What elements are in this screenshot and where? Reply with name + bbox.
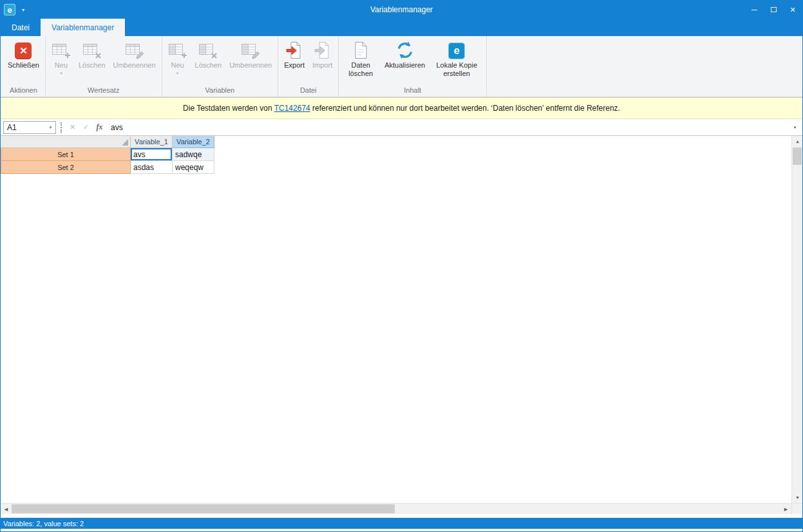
horizontal-scroll-track[interactable] bbox=[12, 504, 780, 514]
rename-valueset-icon bbox=[125, 40, 144, 59]
window-title: Variablenmanager bbox=[1, 5, 802, 14]
table-row: Set 1 avs sadwqe bbox=[1, 148, 214, 161]
notice-text-after: referenziert und können nur dort bearbei… bbox=[310, 104, 620, 113]
row-header-set-1[interactable]: Set 1 bbox=[1, 147, 131, 161]
close-button[interactable]: ✕ bbox=[783, 1, 802, 19]
select-all-corner[interactable] bbox=[1, 136, 131, 148]
import-button[interactable]: Import bbox=[308, 37, 336, 70]
ribbon-group-inhalt: Daten löschen Aktualisieren e Lokale Kop… bbox=[339, 36, 487, 97]
wertesatz-neu-button[interactable]: Neu ▾ bbox=[48, 37, 75, 75]
app-logo-icon: e bbox=[4, 4, 15, 15]
cell-reference: A1 bbox=[4, 123, 46, 132]
group-label-aktionen: Aktionen bbox=[4, 84, 43, 97]
cell-set1-variable1[interactable]: avs bbox=[131, 148, 173, 161]
import-icon bbox=[313, 40, 332, 59]
confirm-entry-button[interactable]: ✓ bbox=[79, 123, 93, 131]
wertesatz-umbenennen-button[interactable]: Umbenennen bbox=[109, 37, 160, 70]
delete-variable-icon bbox=[198, 40, 218, 59]
column-header-variable-1[interactable]: Variable_1 bbox=[131, 136, 173, 148]
column-header-variable-2[interactable]: Variable_2 bbox=[173, 136, 214, 148]
scrollbar-corner bbox=[791, 504, 802, 514]
variablen-umbenennen-button[interactable]: Umbenennen bbox=[225, 37, 276, 70]
cell-set1-variable2[interactable]: sadwqe bbox=[173, 148, 214, 161]
vertical-scroll-track[interactable] bbox=[792, 147, 802, 492]
scroll-right-icon[interactable]: ▶ bbox=[780, 504, 791, 515]
close-icon: ✕ bbox=[789, 6, 795, 14]
formula-bar-expand-icon[interactable]: ▾ bbox=[789, 125, 800, 130]
delete-valueset-icon bbox=[82, 40, 102, 59]
dropdown-arrow-icon: ▾ bbox=[176, 71, 179, 75]
local-copy-logo-icon: e bbox=[448, 40, 465, 59]
formula-bar: A1 ▾ ✕ ✓ fx ▾ bbox=[1, 119, 802, 136]
new-valueset-icon bbox=[52, 40, 71, 59]
notice-text-before: Die Testdaten werden von bbox=[183, 104, 274, 113]
name-box-dropdown-icon[interactable]: ▾ bbox=[46, 125, 55, 130]
aktualisieren-button[interactable]: Aktualisieren bbox=[381, 37, 429, 70]
daten-loeschen-button[interactable]: Daten löschen bbox=[341, 37, 381, 77]
scroll-down-icon[interactable]: ▼ bbox=[792, 492, 803, 503]
group-label-variablen: Variablen bbox=[164, 84, 276, 97]
corner-triangle-icon bbox=[122, 139, 128, 146]
bottom-strip bbox=[1, 529, 802, 531]
table-row: Set 2 asdas weqeqw bbox=[1, 161, 214, 174]
vertical-scroll-thumb[interactable] bbox=[793, 147, 802, 165]
delete-data-icon bbox=[352, 40, 369, 59]
formula-input[interactable] bbox=[106, 119, 789, 135]
variablen-neu-button[interactable]: Neu ▾ bbox=[164, 37, 191, 75]
refresh-icon bbox=[395, 40, 415, 59]
export-button[interactable]: Export bbox=[280, 37, 308, 70]
reference-notice-bar: Die Testdaten werden von TC142674 refere… bbox=[1, 97, 802, 119]
schliessen-button[interactable]: ✕ Schließen bbox=[4, 37, 43, 70]
formula-bar-grip bbox=[61, 122, 62, 133]
rename-variable-icon bbox=[241, 40, 260, 59]
cell-set2-variable1[interactable]: asdas bbox=[131, 161, 173, 174]
group-label-datei: Datei bbox=[280, 84, 336, 97]
vertical-scrollbar[interactable]: ▲ ▼ bbox=[791, 136, 802, 503]
maximize-icon bbox=[771, 7, 777, 12]
row-header-set-2[interactable]: Set 2 bbox=[1, 161, 131, 174]
cell-name-box[interactable]: A1 ▾ bbox=[3, 121, 56, 134]
tab-variablenmanager[interactable]: Variablenmanager bbox=[41, 19, 125, 36]
cell-set2-variable2[interactable]: weqeqw bbox=[173, 161, 214, 174]
status-text: Variables: 2, value sets: 2 bbox=[3, 520, 84, 527]
cancel-entry-button[interactable]: ✕ bbox=[66, 123, 79, 131]
variable-grid: Variable_1 Variable_2 Set 1 avs sadwqe S… bbox=[1, 136, 214, 174]
minimize-icon bbox=[751, 10, 757, 10]
horizontal-scrollbar[interactable]: ◀ ▶ bbox=[1, 503, 802, 514]
ribbon-tab-row: Datei Variablenmanager bbox=[1, 19, 802, 36]
variablenmanager-window: e ▾ Variablenmanager ✕ Datei Variablenma… bbox=[0, 0, 803, 532]
ribbon-group-wertesatz: Neu ▾ Löschen Umbenennen Wertesatz bbox=[46, 36, 162, 97]
dropdown-arrow-icon: ▾ bbox=[60, 71, 62, 75]
minimize-button[interactable] bbox=[744, 1, 764, 19]
testcase-link[interactable]: TC142674 bbox=[274, 104, 310, 113]
export-icon bbox=[285, 40, 304, 59]
group-label-wertesatz: Wertesatz bbox=[48, 84, 160, 97]
title-bar: e ▾ Variablenmanager ✕ bbox=[1, 1, 802, 19]
new-variable-icon bbox=[168, 40, 187, 59]
ribbon-group-datei: Export Import Datei bbox=[278, 36, 339, 97]
status-bar: Variables: 2, value sets: 2 bbox=[1, 518, 802, 529]
grid-area: Variable_1 Variable_2 Set 1 avs sadwqe S… bbox=[1, 136, 802, 503]
insert-function-button[interactable]: fx bbox=[93, 122, 106, 132]
quick-access-dropdown-icon[interactable]: ▾ bbox=[22, 7, 24, 13]
tab-datei[interactable]: Datei bbox=[1, 19, 41, 36]
close-red-icon: ✕ bbox=[15, 40, 32, 59]
ribbon-group-variablen: Neu ▾ Löschen Umbenennen Variablen bbox=[162, 36, 279, 97]
wertesatz-loeschen-button[interactable]: Löschen bbox=[75, 37, 109, 70]
ribbon-group-aktionen: ✕ Schließen Aktionen bbox=[2, 36, 46, 97]
scroll-left-icon[interactable]: ◀ bbox=[1, 504, 12, 515]
horizontal-scroll-thumb[interactable] bbox=[12, 504, 395, 513]
ribbon: ✕ Schließen Aktionen Neu ▾ bbox=[1, 36, 802, 97]
lokale-kopie-erstellen-button[interactable]: e Lokale Kopie erstellen bbox=[429, 37, 484, 77]
maximize-button[interactable] bbox=[764, 1, 783, 19]
variablen-loeschen-button[interactable]: Löschen bbox=[191, 37, 226, 70]
spreadsheet-canvas[interactable]: Variable_1 Variable_2 Set 1 avs sadwqe S… bbox=[1, 136, 791, 503]
group-label-inhalt: Inhalt bbox=[341, 84, 484, 97]
scroll-up-icon[interactable]: ▲ bbox=[792, 136, 803, 147]
